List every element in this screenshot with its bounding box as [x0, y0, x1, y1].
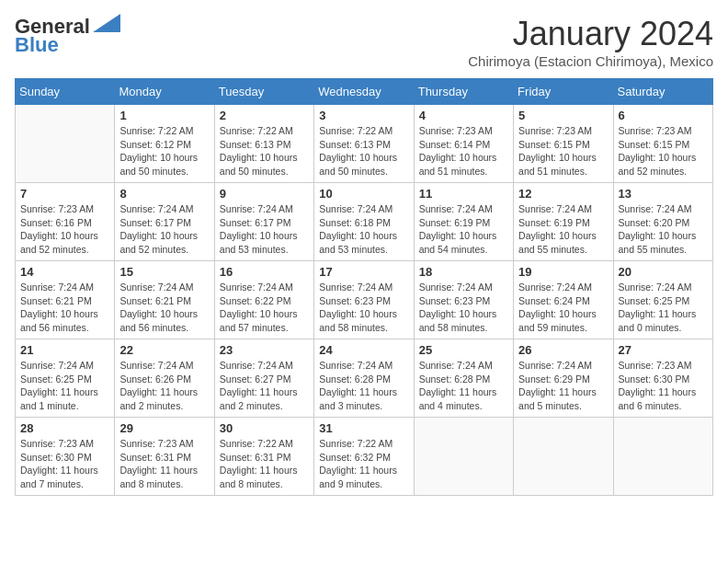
day-number: 23 — [220, 343, 309, 357]
day-number: 16 — [220, 265, 309, 279]
day-info: Sunrise: 7:24 AM Sunset: 6:23 PM Dayligh… — [419, 281, 508, 335]
day-info: Sunrise: 7:22 AM Sunset: 6:12 PM Dayligh… — [119, 124, 209, 178]
day-info: Sunrise: 7:24 AM Sunset: 6:21 PM Dayligh… — [119, 281, 209, 335]
day-number: 13 — [619, 187, 708, 201]
day-number: 11 — [419, 187, 508, 201]
day-number: 12 — [518, 187, 608, 201]
calendar-cell: 1Sunrise: 7:22 AM Sunset: 6:12 PM Daylig… — [115, 105, 214, 183]
day-info: Sunrise: 7:23 AM Sunset: 6:16 PM Dayligh… — [20, 202, 109, 257]
day-info: Sunrise: 7:22 AM Sunset: 6:32 PM Dayligh… — [319, 437, 408, 491]
calendar-cell: 2Sunrise: 7:22 AM Sunset: 6:13 PM Daylig… — [214, 105, 313, 183]
day-header-friday: Friday — [514, 79, 613, 105]
day-info: Sunrise: 7:24 AM Sunset: 6:25 PM Dayligh… — [619, 281, 708, 335]
month-title: January 2024 — [468, 15, 713, 53]
calendar-cell: 16Sunrise: 7:24 AM Sunset: 6:22 PM Dayli… — [214, 261, 313, 339]
calendar-cell: 29Sunrise: 7:23 AM Sunset: 6:31 PM Dayli… — [115, 418, 214, 496]
calendar-cell: 22Sunrise: 7:24 AM Sunset: 6:26 PM Dayli… — [115, 339, 214, 418]
day-info: Sunrise: 7:23 AM Sunset: 6:14 PM Dayligh… — [419, 124, 508, 178]
day-info: Sunrise: 7:23 AM Sunset: 6:15 PM Dayligh… — [518, 124, 608, 178]
calendar-cell: 4Sunrise: 7:23 AM Sunset: 6:14 PM Daylig… — [414, 105, 513, 183]
calendar-cell: 8Sunrise: 7:24 AM Sunset: 6:17 PM Daylig… — [115, 183, 214, 261]
day-info: Sunrise: 7:24 AM Sunset: 6:24 PM Dayligh… — [518, 281, 608, 335]
calendar-cell: 19Sunrise: 7:24 AM Sunset: 6:24 PM Dayli… — [514, 261, 613, 339]
day-number: 31 — [319, 421, 408, 435]
calendar-cell: 10Sunrise: 7:24 AM Sunset: 6:18 PM Dayli… — [314, 183, 414, 261]
header-row: SundayMondayTuesdayWednesdayThursdayFrid… — [16, 79, 713, 105]
day-number: 1 — [119, 109, 209, 122]
day-info: Sunrise: 7:24 AM Sunset: 6:26 PM Dayligh… — [119, 359, 209, 413]
day-number: 17 — [319, 265, 408, 279]
calendar-cell: 25Sunrise: 7:24 AM Sunset: 6:28 PM Dayli… — [414, 339, 513, 418]
day-header-saturday: Saturday — [613, 79, 712, 105]
calendar-body: 1Sunrise: 7:22 AM Sunset: 6:12 PM Daylig… — [16, 105, 713, 496]
logo-text-blue: Blue — [15, 33, 59, 57]
day-number: 5 — [518, 109, 608, 122]
calendar-cell: 18Sunrise: 7:24 AM Sunset: 6:23 PM Dayli… — [414, 261, 513, 339]
day-number: 29 — [119, 421, 209, 435]
logo: General Blue — [15, 15, 120, 57]
day-number: 27 — [619, 343, 708, 357]
day-number: 8 — [119, 187, 209, 201]
calendar-cell: 31Sunrise: 7:22 AM Sunset: 6:32 PM Dayli… — [314, 418, 414, 496]
calendar-week-1: 7Sunrise: 7:23 AM Sunset: 6:16 PM Daylig… — [16, 183, 713, 261]
calendar-cell: 11Sunrise: 7:24 AM Sunset: 6:19 PM Dayli… — [414, 183, 513, 261]
day-info: Sunrise: 7:24 AM Sunset: 6:20 PM Dayligh… — [619, 202, 708, 257]
calendar-cell: 23Sunrise: 7:24 AM Sunset: 6:27 PM Dayli… — [214, 339, 313, 418]
day-number: 25 — [419, 343, 508, 357]
day-info: Sunrise: 7:24 AM Sunset: 6:23 PM Dayligh… — [319, 281, 408, 335]
calendar-cell: 14Sunrise: 7:24 AM Sunset: 6:21 PM Dayli… — [16, 261, 115, 339]
day-info: Sunrise: 7:22 AM Sunset: 6:31 PM Dayligh… — [220, 437, 309, 491]
calendar-table: SundayMondayTuesdayWednesdayThursdayFrid… — [15, 78, 713, 496]
day-info: Sunrise: 7:23 AM Sunset: 6:30 PM Dayligh… — [619, 359, 708, 413]
calendar-cell: 7Sunrise: 7:23 AM Sunset: 6:16 PM Daylig… — [16, 183, 115, 261]
day-number: 24 — [319, 343, 408, 357]
calendar-cell: 5Sunrise: 7:23 AM Sunset: 6:15 PM Daylig… — [514, 105, 613, 183]
day-number: 6 — [619, 109, 708, 122]
day-info: Sunrise: 7:23 AM Sunset: 6:31 PM Dayligh… — [119, 437, 209, 491]
day-info: Sunrise: 7:23 AM Sunset: 6:15 PM Dayligh… — [619, 124, 708, 178]
day-info: Sunrise: 7:24 AM Sunset: 6:29 PM Dayligh… — [518, 359, 608, 413]
day-info: Sunrise: 7:24 AM Sunset: 6:21 PM Dayligh… — [20, 281, 109, 335]
day-info: Sunrise: 7:22 AM Sunset: 6:13 PM Dayligh… — [319, 124, 408, 178]
day-number: 19 — [518, 265, 608, 279]
day-number: 30 — [220, 421, 309, 435]
day-header-thursday: Thursday — [414, 79, 513, 105]
logo-icon — [93, 14, 120, 32]
day-number: 18 — [419, 265, 508, 279]
title-block: January 2024 Chirimoya (Estacion Chirimo… — [468, 15, 713, 69]
day-header-tuesday: Tuesday — [214, 79, 313, 105]
day-info: Sunrise: 7:24 AM Sunset: 6:17 PM Dayligh… — [119, 202, 209, 257]
day-info: Sunrise: 7:24 AM Sunset: 6:28 PM Dayligh… — [319, 359, 408, 413]
calendar-cell: 27Sunrise: 7:23 AM Sunset: 6:30 PM Dayli… — [613, 339, 712, 418]
calendar-cell — [16, 105, 115, 183]
calendar-cell: 3Sunrise: 7:22 AM Sunset: 6:13 PM Daylig… — [314, 105, 414, 183]
calendar-cell — [613, 418, 712, 496]
calendar-cell: 30Sunrise: 7:22 AM Sunset: 6:31 PM Dayli… — [214, 418, 313, 496]
day-number: 10 — [319, 187, 408, 201]
calendar-week-4: 28Sunrise: 7:23 AM Sunset: 6:30 PM Dayli… — [16, 418, 713, 496]
calendar-cell: 26Sunrise: 7:24 AM Sunset: 6:29 PM Dayli… — [514, 339, 613, 418]
day-header-monday: Monday — [115, 79, 214, 105]
day-number: 14 — [20, 265, 109, 279]
day-number: 7 — [20, 187, 109, 201]
calendar-cell: 21Sunrise: 7:24 AM Sunset: 6:25 PM Dayli… — [16, 339, 115, 418]
calendar-cell: 20Sunrise: 7:24 AM Sunset: 6:25 PM Dayli… — [613, 261, 712, 339]
day-number: 15 — [119, 265, 209, 279]
day-info: Sunrise: 7:24 AM Sunset: 6:19 PM Dayligh… — [419, 202, 508, 257]
svg-marker-0 — [93, 14, 120, 32]
calendar-cell: 17Sunrise: 7:24 AM Sunset: 6:23 PM Dayli… — [314, 261, 414, 339]
day-info: Sunrise: 7:24 AM Sunset: 6:17 PM Dayligh… — [220, 202, 309, 257]
calendar-cell: 9Sunrise: 7:24 AM Sunset: 6:17 PM Daylig… — [214, 183, 313, 261]
day-info: Sunrise: 7:24 AM Sunset: 6:18 PM Dayligh… — [319, 202, 408, 257]
day-number: 9 — [220, 187, 309, 201]
day-info: Sunrise: 7:24 AM Sunset: 6:25 PM Dayligh… — [20, 359, 109, 413]
calendar-cell: 28Sunrise: 7:23 AM Sunset: 6:30 PM Dayli… — [16, 418, 115, 496]
day-number: 28 — [20, 421, 109, 435]
calendar-week-3: 21Sunrise: 7:24 AM Sunset: 6:25 PM Dayli… — [16, 339, 713, 418]
day-info: Sunrise: 7:24 AM Sunset: 6:22 PM Dayligh… — [220, 281, 309, 335]
calendar-header: SundayMondayTuesdayWednesdayThursdayFrid… — [16, 79, 713, 105]
day-info: Sunrise: 7:22 AM Sunset: 6:13 PM Dayligh… — [220, 124, 309, 178]
day-number: 21 — [20, 343, 109, 357]
day-number: 4 — [419, 109, 508, 122]
day-number: 26 — [518, 343, 608, 357]
